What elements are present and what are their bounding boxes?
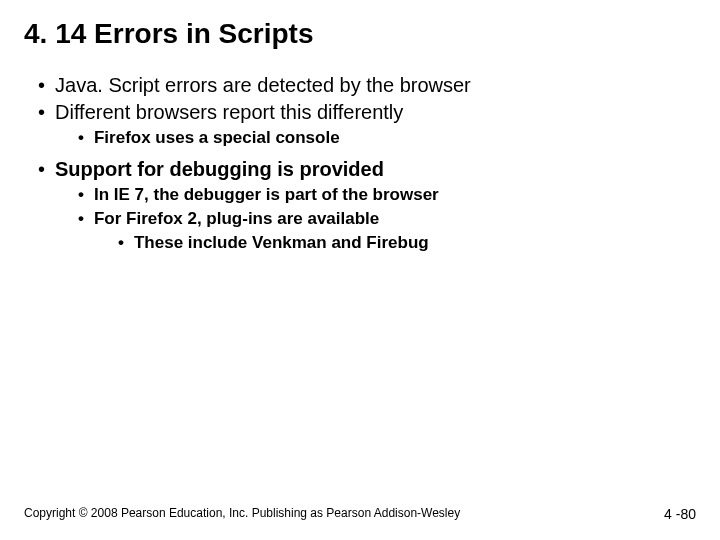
bullet-dot-icon: • [78,185,84,205]
bullet-level1: • Support for debugging is provided [38,158,696,181]
bullet-dot-icon: • [78,209,84,229]
bullet-text: For Firefox 2, plug-ins are available [94,209,379,229]
bullet-text: Support for debugging is provided [55,158,384,181]
bullet-level2: • Firefox uses a special console [78,128,696,148]
bullet-dot-icon: • [118,233,124,253]
bullet-dot-icon: • [78,128,84,148]
bullet-level2: • For Firefox 2, plug-ins are available [78,209,696,229]
bullet-level3: • These include Venkman and Firebug [118,233,696,253]
slide-title: 4. 14 Errors in Scripts [24,18,696,50]
copyright-text: Copyright © 2008 Pearson Education, Inc.… [24,506,460,522]
page-number: 4 -80 [664,506,696,522]
bullet-level1: • Java. Script errors are detected by th… [38,74,696,97]
bullet-text: Different browsers report this different… [55,101,403,124]
bullet-dot-icon: • [38,158,45,181]
bullet-level1: • Different browsers report this differe… [38,101,696,124]
footer: Copyright © 2008 Pearson Education, Inc.… [24,506,696,522]
bullet-text: Firefox uses a special console [94,128,340,148]
bullet-text: These include Venkman and Firebug [134,233,429,253]
bullet-level2: • In IE 7, the debugger is part of the b… [78,185,696,205]
bullet-dot-icon: • [38,101,45,124]
bullet-dot-icon: • [38,74,45,97]
bullet-text: Java. Script errors are detected by the … [55,74,471,97]
bullet-text: In IE 7, the debugger is part of the bro… [94,185,439,205]
